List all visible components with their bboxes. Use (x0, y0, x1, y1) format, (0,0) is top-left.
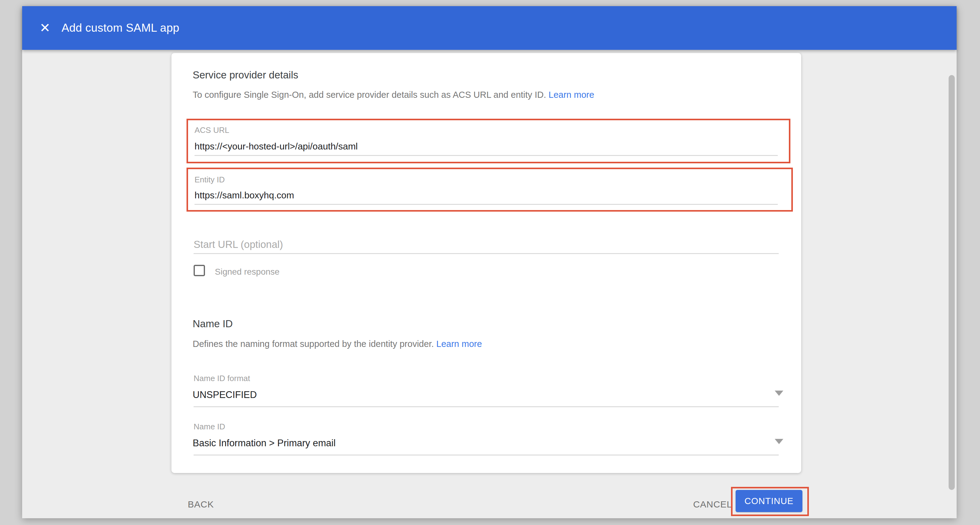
name-id-select[interactable]: Basic Information > Primary email (192, 438, 336, 449)
name-id-format-select[interactable]: UNSPECIFIED (192, 389, 257, 400)
entity-id-underline (194, 204, 778, 205)
name-id-underline (194, 455, 779, 455)
start-url-input[interactable]: Start URL (optional) (194, 239, 283, 251)
acs-url-label: ACS URL (194, 125, 229, 135)
start-url-underline (194, 253, 779, 254)
dialog-title: Add custom SAML app (62, 6, 180, 50)
entity-id-label: Entity ID (194, 175, 225, 184)
dialog-header: ✕ Add custom SAML app (22, 6, 957, 50)
name-id-description-text: Defines the naming format supported by t… (192, 339, 434, 349)
acs-url-underline (194, 155, 778, 156)
close-icon[interactable]: ✕ (38, 22, 52, 35)
name-id-format-underline (194, 406, 779, 407)
service-provider-heading: Service provider details (192, 69, 298, 81)
service-provider-learn-more-link[interactable]: Learn more (549, 90, 594, 100)
name-id-format-label: Name ID format (194, 374, 250, 383)
cancel-button[interactable]: CANCEL (693, 499, 732, 510)
name-id-learn-more-link[interactable]: Learn more (436, 339, 482, 349)
continue-button[interactable]: CONTINUE (736, 490, 802, 512)
name-id-heading: Name ID (192, 318, 233, 330)
signed-response-label: Signed response (215, 267, 280, 277)
name-id-description: Defines the naming format supported by t… (192, 339, 482, 349)
name-id-dropdown-arrow-icon[interactable] (775, 439, 783, 444)
service-provider-description-text: To configure Single Sign-On, add service… (192, 90, 546, 100)
add-saml-app-dialog: ✕ Add custom SAML app Service provider d… (22, 6, 957, 518)
name-id-field-label: Name ID (194, 422, 225, 431)
signed-response-checkbox[interactable] (194, 265, 205, 276)
acs-url-input[interactable]: https://<your-hosted-url>/api/oauth/saml (194, 141, 358, 152)
dialog-scrollbar-thumb[interactable] (948, 75, 955, 490)
name-id-format-dropdown-arrow-icon[interactable] (775, 390, 783, 396)
entity-id-input[interactable]: https://saml.boxyhq.com (194, 190, 294, 200)
service-provider-description: To configure Single Sign-On, add service… (192, 90, 594, 100)
entity-id-highlight-box: Entity ID https://saml.boxyhq.com (186, 168, 793, 212)
acs-url-highlight-box: ACS URL https://<your-hosted-url>/api/oa… (186, 119, 791, 163)
service-provider-card: Service provider details To configure Si… (172, 53, 801, 473)
back-button[interactable]: BACK (188, 499, 214, 510)
